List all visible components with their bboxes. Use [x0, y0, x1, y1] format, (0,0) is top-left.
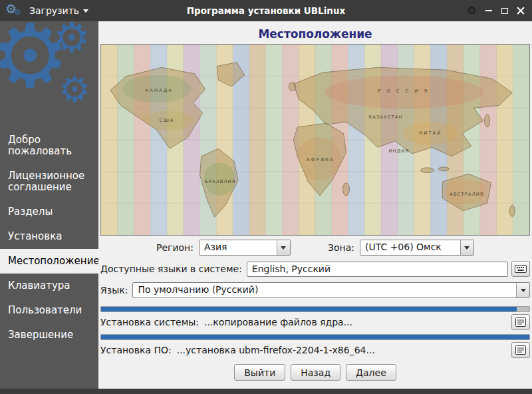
svg-text:КАНАДА: КАНАДА — [145, 88, 173, 93]
installer-gears-logo: ⚙ ⚙ ⚙ — [0, 21, 98, 128]
timezone-map[interactable]: КАНАДАСШАБРАЗИЛИЯРОССИЯКАЗАХСТАНКИТАЙИНД… — [100, 44, 530, 236]
sidebar-item-partitions[interactable]: Разделы — [0, 200, 98, 224]
software-log-button[interactable] — [511, 342, 530, 358]
chevron-down-icon — [83, 9, 88, 13]
software-status-label: Установка ПО: — [100, 345, 172, 355]
window-frame-bottom — [0, 389, 532, 394]
sidebar-item-finish[interactable]: Завершение — [0, 323, 98, 347]
language-value: По умолчанию (Русский) — [133, 283, 516, 297]
sidebar: ⚙ ⚙ ⚙ Добро пожаловать Лицензионное согл… — [0, 21, 98, 389]
back-button[interactable]: Назад — [291, 364, 340, 381]
svg-text:АВСТРАЛИЯ: АВСТРАЛИЯ — [450, 192, 484, 197]
close-button[interactable] — [515, 4, 527, 17]
next-button[interactable]: Далее — [346, 364, 396, 381]
zone-label: Зона: — [328, 242, 354, 253]
svg-text:КАЗАХСТАН: КАЗАХСТАН — [368, 114, 403, 120]
titlebar: ⚙ ⚙ Загрузить Программа установки UBLinu… — [0, 0, 532, 21]
load-button[interactable]: Загрузить — [25, 3, 92, 19]
exit-button[interactable]: Выйти — [234, 364, 285, 381]
region-select[interactable]: Азия — [199, 240, 291, 256]
zone-select[interactable]: (UTC +06) Омск — [360, 240, 474, 256]
sidebar-item-location[interactable]: Местоположение — [0, 249, 98, 274]
svg-text:АФРИКА: АФРИКА — [307, 158, 334, 163]
wizard-buttons: Выйти Назад Далее — [100, 364, 530, 381]
chevron-down-icon[interactable] — [460, 240, 473, 255]
system-status-text: ...копирование файлов ядра... — [204, 317, 352, 327]
svg-text:ИНДИЯ: ИНДИЯ — [388, 148, 409, 154]
sidebar-item-welcome[interactable]: Добро пожаловать — [0, 128, 98, 164]
chevron-down-icon[interactable] — [277, 240, 290, 255]
languages-label: Доступные языки в системе: — [100, 264, 242, 274]
settings-gear-button[interactable]: ⚙ — [464, 3, 479, 18]
app-logo-gears-icon: ⚙ ⚙ — [5, 2, 25, 19]
svg-text:КИТАЙ: КИТАЙ — [419, 130, 442, 136]
system-progress-fill — [101, 307, 517, 311]
software-progress-bar — [100, 334, 530, 340]
window-title: Программа установки UBLinux — [80, 0, 452, 21]
minimize-icon — [485, 10, 492, 11]
titlebar-controls: ⚙ — [464, 3, 527, 18]
language-row: Язык: По умолчанию (Русский) — [100, 282, 530, 298]
main-panel: Местоположение — [98, 21, 532, 389]
sidebar-item-keyboard[interactable]: Клавиатура — [0, 274, 98, 298]
gear-icon: ⚙ — [466, 5, 476, 17]
page-title: Местоположение — [100, 27, 530, 41]
log-icon — [515, 317, 526, 327]
keyboard-layout-button[interactable] — [511, 261, 530, 277]
sidebar-item-license[interactable]: Лицензионное соглашение — [0, 164, 98, 200]
gear-icon: ⚙ — [53, 21, 90, 59]
chevron-down-icon[interactable] — [516, 283, 529, 297]
software-progress-fill — [101, 335, 529, 339]
svg-text:РОССИЯ: РОССИЯ — [378, 89, 433, 95]
installer-steps-nav: Добро пожаловать Лицензионное соглашение… — [0, 128, 98, 347]
svg-text:БРАЗИЛИЯ: БРАЗИЛИЯ — [205, 179, 235, 184]
system-progress-bar — [100, 306, 530, 312]
region-label: Регион: — [156, 242, 194, 253]
svg-text:США: США — [160, 118, 175, 123]
gear-icon: ⚙ — [59, 72, 90, 108]
sidebar-item-install[interactable]: Установка — [0, 224, 98, 249]
region-value: Азия — [200, 240, 277, 255]
gear-icon: ⚙ — [14, 8, 21, 16]
software-status-text: ...установка ubm-firefox-2204-1-x86_64..… — [177, 345, 375, 355]
region-zone-row: Регион: Азия Зона: (UTC +06) Омск — [100, 240, 530, 256]
software-status-row: Установка ПО: ...установка ubm-firefox-2… — [100, 343, 530, 357]
system-log-button[interactable] — [511, 314, 530, 330]
languages-row: Доступные языки в системе: — [100, 261, 530, 277]
language-select[interactable]: По умолчанию (Русский) — [132, 282, 530, 298]
system-status-row: Установка системы: ...копирование файлов… — [100, 315, 530, 329]
sidebar-item-users[interactable]: Пользователи — [0, 298, 98, 323]
maximize-button[interactable] — [499, 4, 511, 17]
zone-value: (UTC +06) Омск — [360, 240, 460, 255]
system-status-label: Установка системы: — [100, 317, 199, 327]
installer-window: ⚙ ⚙ Загрузить Программа установки UBLinu… — [0, 0, 532, 394]
keyboard-icon — [515, 264, 527, 274]
language-label: Язык: — [100, 285, 128, 296]
load-button-label: Загрузить — [29, 5, 79, 16]
maximize-icon — [501, 8, 508, 14]
close-icon — [517, 7, 525, 15]
log-icon — [515, 345, 526, 355]
languages-input[interactable] — [247, 262, 508, 277]
minimize-button[interactable] — [483, 4, 495, 17]
